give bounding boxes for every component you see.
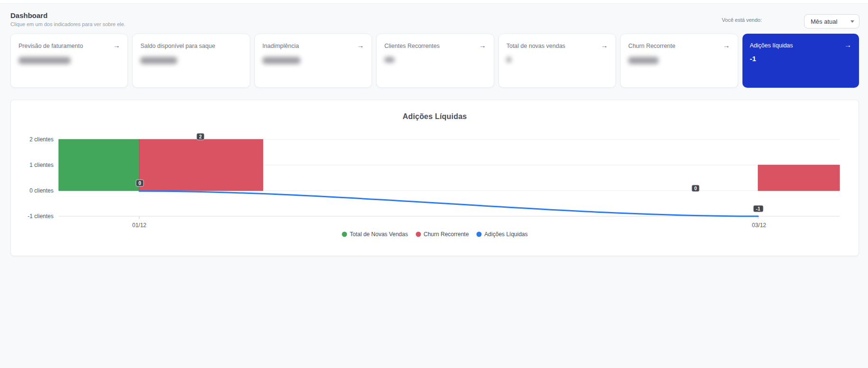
legend-label: Adições Líquidas xyxy=(484,231,527,238)
indicator-card-saldo-disponivel[interactable]: Saldo disponível para saque xyxy=(132,34,250,88)
svg-text:2: 2 xyxy=(199,134,202,139)
indicator-card-clientes-recorrentes[interactable]: Clientes Recorrentes → xyxy=(376,34,494,88)
redacted-value xyxy=(262,57,300,64)
legend-dot-icon xyxy=(416,231,421,237)
chart-legend: Total de Novas Vendas Churn Recorrente A… xyxy=(11,231,859,238)
arrow-right-icon[interactable]: → xyxy=(113,43,120,48)
arrow-right-icon[interactable]: → xyxy=(723,43,730,48)
bar-churn-0112[interactable] xyxy=(139,139,263,191)
page-subtitle: Clique em um dos indicadores para ver so… xyxy=(10,21,126,27)
card-label: Inadimplência xyxy=(262,43,299,49)
y-tick-label: 2 clientes xyxy=(29,136,54,143)
chevron-down-icon xyxy=(850,20,854,23)
top-navbar-edge xyxy=(0,0,868,4)
svg-text:-1: -1 xyxy=(756,206,760,212)
legend-label: Total de Novas Vendas xyxy=(350,231,408,238)
legend-label: Churn Recorrente xyxy=(424,231,469,238)
svg-text:0: 0 xyxy=(694,186,697,191)
data-label-churn-0112: 2 xyxy=(197,133,204,140)
data-label-adicoes-0312: -1 xyxy=(753,205,763,212)
legend-item-adicoes[interactable]: Adições Líquidas xyxy=(476,231,527,238)
y-tick-label: -1 clientes xyxy=(27,213,54,220)
data-label-novas-vendas-0312: 0 xyxy=(692,185,699,192)
bar-novas-vendas-0112[interactable] xyxy=(59,139,139,191)
filter-label: Você está vendo: xyxy=(722,17,762,23)
period-select-value: Mês atual xyxy=(811,18,837,25)
page-title: Dashboard xyxy=(10,11,47,19)
arrow-right-icon[interactable]: → xyxy=(357,43,364,48)
indicator-card-churn-recorrente[interactable]: Churn Recorrente → xyxy=(620,34,738,88)
data-label-adicoes-0112: 0 xyxy=(136,180,144,186)
redacted-value xyxy=(506,57,511,63)
y-tick-label: 0 clientes xyxy=(29,187,54,194)
redacted-value xyxy=(628,57,659,64)
legend-dot-icon xyxy=(476,231,482,237)
indicator-card-inadimplencia[interactable]: Inadimplência → xyxy=(254,34,372,88)
redacted-value xyxy=(18,57,71,64)
line-adicoes-liquidas xyxy=(139,191,758,216)
chart-card: Adições Líquidas 2 clientes 1 clientes 0… xyxy=(10,100,859,256)
card-label: Previsão de faturamento xyxy=(18,43,83,49)
indicator-cards-row: Previsão de faturamento → Saldo disponív… xyxy=(10,34,859,88)
redacted-value xyxy=(140,57,177,64)
indicator-card-adicoes-liquidas[interactable]: Adições líquidas → -1 xyxy=(742,34,859,88)
card-label: Saldo disponível para saque xyxy=(140,43,215,49)
x-tick-label: 01/12 xyxy=(132,222,146,229)
redacted-value xyxy=(384,57,395,63)
indicator-card-previsao-de-faturamento[interactable]: Previsão de faturamento → xyxy=(10,34,128,88)
arrow-right-icon[interactable]: → xyxy=(844,42,851,48)
card-value: -1 xyxy=(750,55,851,63)
arrow-right-icon[interactable]: → xyxy=(479,43,486,48)
card-label: Adições líquidas xyxy=(750,42,793,49)
arrow-right-icon[interactable]: → xyxy=(601,43,608,48)
card-label: Clientes Recorrentes xyxy=(384,43,440,49)
legend-item-churn[interactable]: Churn Recorrente xyxy=(416,231,469,238)
legend-item-novas-vendas[interactable]: Total de Novas Vendas xyxy=(342,231,408,238)
svg-text:0: 0 xyxy=(138,181,141,186)
period-select[interactable]: Mês atual xyxy=(804,14,859,28)
y-tick-label: 1 clientes xyxy=(29,162,54,168)
card-label: Churn Recorrente xyxy=(628,43,675,49)
x-tick-label: 03/12 xyxy=(752,222,766,229)
bar-churn-0312[interactable] xyxy=(758,165,840,191)
indicator-card-total-novas-vendas[interactable]: Total de novas vendas → xyxy=(498,34,616,88)
legend-dot-icon xyxy=(342,231,347,237)
card-label: Total de novas vendas xyxy=(506,43,565,49)
